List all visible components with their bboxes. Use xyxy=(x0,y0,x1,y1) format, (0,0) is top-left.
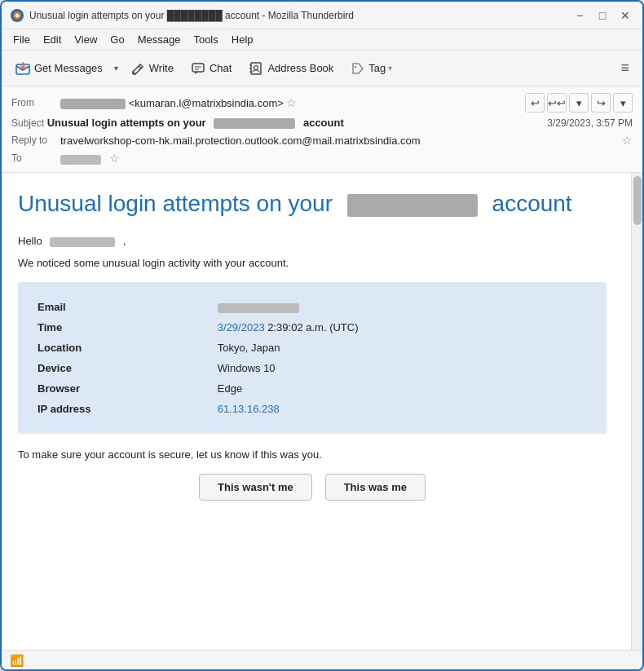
time-date: 3/29/2023 xyxy=(218,321,265,333)
to-star-icon[interactable]: ☆ xyxy=(109,152,120,165)
more-button[interactable]: ▾ xyxy=(613,93,633,113)
email-title-suffix: account xyxy=(492,191,572,216)
menu-message[interactable]: Message xyxy=(133,32,186,47)
browser-value: Edge xyxy=(218,378,587,399)
menu-tools[interactable]: Tools xyxy=(188,32,223,47)
email-greeting: Hello , xyxy=(18,235,607,247)
time-value: 3/29/2023 2:39:02 a.m. (UTC) xyxy=(218,317,587,338)
reply-to-row: Reply to travelworkshop-com-hk.mail.prot… xyxy=(11,131,633,149)
cta-buttons: This wasn't me This was me xyxy=(18,474,607,501)
title-bar-controls: − □ ✕ xyxy=(571,7,634,24)
svg-point-11 xyxy=(254,65,258,69)
was-me-button[interactable]: This was me xyxy=(325,474,426,501)
expand-button[interactable]: ▾ xyxy=(569,93,589,113)
time-label: Time xyxy=(37,317,218,338)
forward-button[interactable]: ↪ xyxy=(591,93,611,113)
subject-blurred xyxy=(214,118,295,129)
write-button[interactable]: Write xyxy=(123,57,180,80)
connection-status-icon: 📶 xyxy=(10,654,24,667)
menu-view[interactable]: View xyxy=(69,32,102,47)
reply-to-label: Reply to xyxy=(11,135,60,146)
thunderbird-window: Unusual login attempts on your ████████ … xyxy=(0,0,644,671)
to-label: To xyxy=(11,152,60,164)
svg-point-15 xyxy=(355,65,356,67)
time-time: 2:39:02 a.m. (UTC) xyxy=(267,321,358,333)
email-field-label: Email xyxy=(37,297,218,317)
toolbar: Get Messages ▾ Write xyxy=(2,51,642,86)
tag-label: Tag xyxy=(368,62,386,74)
subject-row: Subject Unusual login attempts on your a… xyxy=(11,114,633,131)
maximize-button[interactable]: □ xyxy=(593,7,611,24)
info-time-row: Time 3/29/2023 2:39:02 a.m. (UTC) xyxy=(37,317,587,338)
not-me-button[interactable]: This wasn't me xyxy=(199,474,312,501)
ip-link[interactable]: 61.13.16.238 xyxy=(218,403,280,415)
address-book-icon xyxy=(248,60,264,77)
title-bar: Unusual login attempts on your ████████ … xyxy=(2,2,642,29)
email-paragraph: We noticed some unusual login activity w… xyxy=(18,257,607,269)
close-button[interactable]: ✕ xyxy=(616,7,634,24)
location-label: Location xyxy=(37,338,218,358)
info-ip-row: IP address 61.13.16.238 xyxy=(37,399,587,419)
email-body-container: Q# ♦♦ Unusual login attempts on your acc… xyxy=(2,173,642,650)
ip-value: 61.13.16.238 xyxy=(218,399,587,419)
minimize-button[interactable]: − xyxy=(571,7,589,24)
info-email-row: Email xyxy=(37,297,587,317)
menu-bar: File Edit View Go Message Tools Help xyxy=(2,29,642,51)
email-date: 3/29/2023, 3:57 PM xyxy=(547,117,633,129)
get-messages-dropdown[interactable]: ▾ xyxy=(112,60,120,76)
svg-point-2 xyxy=(15,13,20,17)
address-book-label: Address Book xyxy=(267,62,333,74)
device-label: Device xyxy=(37,358,218,378)
subject-suffix: account xyxy=(303,117,344,129)
from-label: From xyxy=(11,97,60,108)
reply-all-button[interactable]: ↩↩ xyxy=(547,93,567,113)
cta-text: To make sure your account is secure, let… xyxy=(18,448,607,461)
menu-edit[interactable]: Edit xyxy=(38,32,66,47)
scrollbar-track[interactable] xyxy=(631,173,642,650)
tag-icon xyxy=(350,60,366,77)
title-bar-left: Unusual login attempts on your ████████ … xyxy=(10,8,354,23)
tag-button[interactable]: Tag ▾ xyxy=(343,57,399,80)
email-title-blurred xyxy=(347,194,478,217)
get-messages-label: Get Messages xyxy=(34,62,103,74)
svg-line-4 xyxy=(139,66,141,68)
get-messages-icon xyxy=(15,60,31,77)
subject-label: Subject xyxy=(11,117,44,129)
tag-dropdown-icon: ▾ xyxy=(388,64,392,73)
chat-button[interactable]: Chat xyxy=(183,57,238,80)
email-content: Q# ♦♦ Unusual login attempts on your acc… xyxy=(2,173,631,530)
get-messages-button[interactable]: Get Messages xyxy=(8,57,109,80)
email-title: Unusual login attempts on your account xyxy=(18,189,607,219)
subject-prefix: Unusual login attempts on your xyxy=(47,117,206,129)
menu-help[interactable]: Help xyxy=(227,32,258,47)
from-email: <kumaran.l@matrixbsindia.com> xyxy=(129,97,284,109)
reply-to-star-icon[interactable]: ☆ xyxy=(622,134,633,147)
to-value: ☆ xyxy=(60,152,633,165)
info-device-row: Device Windows 10 xyxy=(37,358,587,378)
svg-rect-7 xyxy=(192,64,204,72)
hamburger-menu-button[interactable]: ≡ xyxy=(614,56,636,80)
ip-label: IP address xyxy=(37,399,218,419)
email-field-value xyxy=(218,297,587,317)
menu-file[interactable]: File xyxy=(8,32,35,47)
window-title: Unusual login attempts on your ████████ … xyxy=(29,10,354,21)
info-box: Email Time 3/29/2023 2:39:02 a.m. (UTC) xyxy=(18,282,607,434)
to-blurred xyxy=(60,155,101,165)
greeting-text: Hello xyxy=(18,235,42,247)
chat-icon xyxy=(190,60,206,77)
app-icon xyxy=(10,8,24,23)
greeting-suffix: , xyxy=(123,235,126,247)
browser-label: Browser xyxy=(37,378,218,399)
info-location-row: Location Tokyo, Japan xyxy=(37,338,587,358)
email-header-actions: ↩ ↩↩ ▾ ↪ ▾ xyxy=(525,93,633,113)
email-header: From <kumaran.l@matrixbsindia.com> ☆ ↩ ↩… xyxy=(2,86,642,173)
reply-button[interactable]: ↩ xyxy=(525,93,545,113)
from-star-icon[interactable]: ☆ xyxy=(286,96,297,109)
address-book-button[interactable]: Address Book xyxy=(241,57,340,80)
greeting-blurred xyxy=(50,237,115,247)
chat-label: Chat xyxy=(210,62,232,74)
info-browser-row: Browser Edge xyxy=(37,378,587,399)
write-label: Write xyxy=(149,62,174,74)
menu-go[interactable]: Go xyxy=(105,32,129,47)
scrollbar-thumb[interactable] xyxy=(633,176,642,225)
